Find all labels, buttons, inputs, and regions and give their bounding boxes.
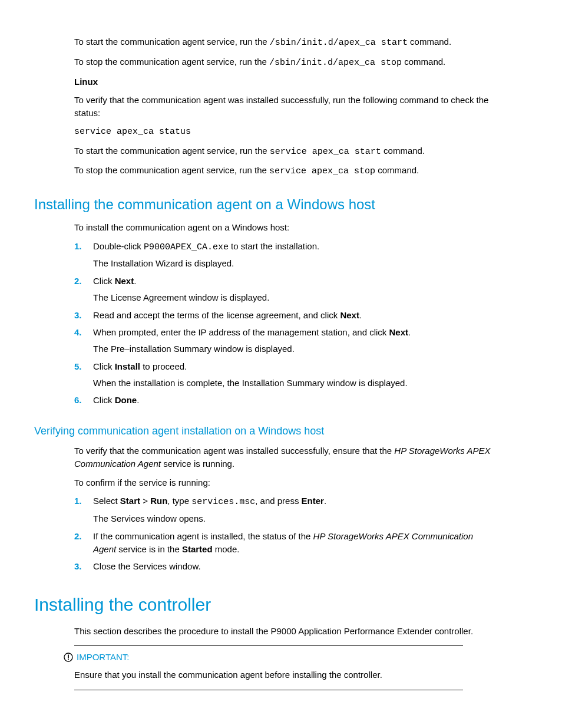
list-item: 3.Read and accept the terms of the licen…: [74, 309, 491, 322]
list-item: 2.If the communication agent is installe…: [74, 530, 491, 556]
section-heading-verify-windows: Verifying communication agent installati…: [34, 423, 491, 439]
linux-start-line: To start the communication agent service…: [74, 144, 491, 159]
important-icon: [64, 653, 73, 662]
sec1-body: To install the communication agent on a …: [74, 221, 491, 407]
linux-verify-text: To verify that the communication agent w…: [74, 94, 491, 120]
linux-status-cmd: service apex_ca status: [74, 126, 491, 139]
list-item: 2.Click Next.The License Agreement windo…: [74, 275, 491, 304]
sec1-steps: 1.Double-click P9000APEX_CA.exe to start…: [74, 240, 491, 407]
callout-rule-bottom: [74, 690, 463, 690]
important-body: Ensure that you install the communicatio…: [74, 668, 491, 681]
important-label: IMPORTANT:: [77, 651, 129, 664]
list-item: 1.Select Start > Run, type services.msc,…: [74, 495, 491, 525]
sec1-intro: To install the communication agent on a …: [74, 221, 491, 234]
linux-stop-line: To stop the communication agent service,…: [74, 164, 491, 178]
list-item: 3.Close the Services window.: [74, 560, 491, 573]
stop-cmd: /sbin/init.d/apex_ca stop: [269, 58, 402, 68]
sec2-confirm: To confirm if the service is running:: [74, 476, 491, 489]
list-item: 4.When prompted, enter the IP address of…: [74, 326, 491, 355]
list-item: 5.Click Install to proceed.When the inst…: [74, 360, 491, 390]
section-heading-install-controller: Installing the controller: [34, 592, 491, 618]
start-line: To start the communication agent service…: [74, 35, 491, 50]
svg-rect-1: [68, 655, 69, 658]
intro-block: To start the communication agent service…: [74, 35, 491, 178]
important-callout: IMPORTANT:: [64, 651, 491, 664]
svg-rect-2: [68, 659, 69, 660]
sec2-intro: To verify that the communication agent w…: [74, 444, 491, 470]
list-item: 1.Double-click P9000APEX_CA.exe to start…: [74, 240, 491, 271]
sec2-steps: 1.Select Start > Run, type services.msc,…: [74, 495, 491, 573]
stop-line: To stop the communication agent service,…: [74, 55, 491, 70]
callout-rule-top: [74, 645, 463, 646]
sec3-body: This section describes the procedure to …: [74, 625, 491, 638]
section-heading-install-windows: Installing the communication agent on a …: [34, 195, 491, 215]
start-cmd: /sbin/init.d/apex_ca start: [270, 38, 408, 48]
sec3-intro: This section describes the procedure to …: [74, 625, 491, 638]
sec2-body: To verify that the communication agent w…: [74, 444, 491, 573]
linux-heading: Linux: [74, 75, 491, 88]
list-item: 6.Click Done.: [74, 394, 491, 407]
